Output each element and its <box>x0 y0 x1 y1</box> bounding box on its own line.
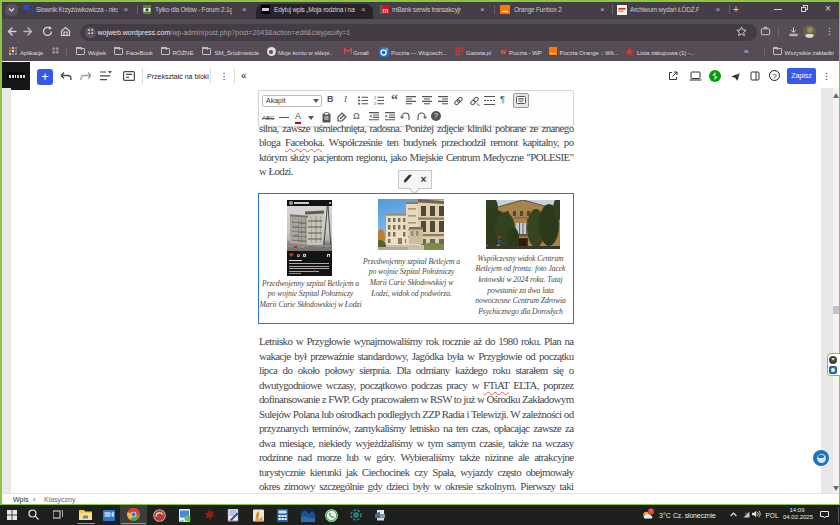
svg-text:1: 1 <box>374 96 377 100</box>
svg-text:!: ! <box>650 508 651 514</box>
svg-text:m: m <box>382 7 388 14</box>
svg-text:2: 2 <box>374 101 377 105</box>
